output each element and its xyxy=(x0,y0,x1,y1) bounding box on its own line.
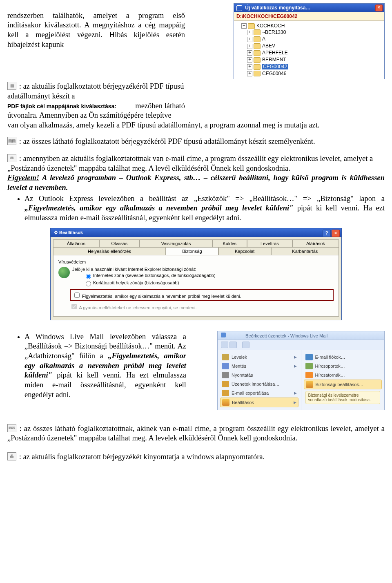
wlm-tooltip: Biztonsági és levélszemétre vonatkozó be… xyxy=(305,391,381,404)
folder-icon xyxy=(248,23,255,29)
mail-single-icon[interactable]: ✉ xyxy=(7,154,16,162)
pdf-single-icon[interactable]: ▤ xyxy=(7,82,16,90)
wlm-item-mentes[interactable]: Mentés▶ xyxy=(220,362,298,371)
pdf-single-text-c: útvonalra. Amennyiben az Ön számítógépér… xyxy=(7,111,172,119)
close-icon[interactable]: × xyxy=(332,230,340,237)
chevron-right-icon: ▶ xyxy=(294,391,297,395)
wlm-item-hircs[interactable]: Hírcsoportok… xyxy=(304,362,382,371)
export-icon xyxy=(222,390,229,396)
tree-item[interactable]: +A xyxy=(247,36,383,42)
expand-icon[interactable]: + xyxy=(247,44,252,49)
folder-browser-titlebar: Új vállalkozás megnyitása… × xyxy=(234,4,384,12)
folder-icon xyxy=(254,57,261,63)
radio-internet-zone[interactable] xyxy=(86,274,91,279)
wlm-screenshot: Beérkezett üzenetek - Windows Live Mail … xyxy=(217,331,385,410)
folder-icon xyxy=(254,50,261,56)
opt-restricted-zone: Korlátozott helyek zónája (biztonságosab… xyxy=(93,280,179,285)
expand-icon[interactable]: + xyxy=(247,50,252,56)
wlm-item-nyomtatas[interactable]: Nyomtatás xyxy=(220,371,298,380)
email-icon xyxy=(305,354,313,360)
pdf-all-icon[interactable]: ▤▤ xyxy=(7,137,16,145)
wlm-item-bizt[interactable]: Biztonsági beállítások… xyxy=(304,380,382,389)
tab-kapcsolat[interactable]: Kapcsolat xyxy=(218,247,271,255)
pdf-single-text-b: mezőben látható xyxy=(135,101,185,111)
beall-icon xyxy=(222,399,229,406)
help-icon[interactable]: ? xyxy=(323,230,331,237)
import-icon xyxy=(222,381,229,387)
tree-item[interactable]: +APEHFELE xyxy=(247,49,383,56)
collapse-icon[interactable]: − xyxy=(241,23,247,29)
chk-suspicious-attach xyxy=(71,304,77,309)
expand-icon[interactable]: + xyxy=(247,64,252,69)
wlm-item-beall[interactable]: Beállítások▶ xyxy=(220,398,298,407)
tree-item[interactable]: +~BER1330 xyxy=(247,29,383,36)
chk-suspicious-label: A gyanús mellékleteket ne lehessen megny… xyxy=(79,305,196,310)
wlm-titlebar: Beérkezett üzenetek - Windows Live Mail xyxy=(218,331,384,340)
tree-item[interactable]: +ABEV xyxy=(247,42,383,49)
current-path: D:\KOCHKOCH\CEG00042 xyxy=(234,12,384,21)
oe-a: Az Outlook Express levelezőben a beállít… xyxy=(24,194,385,203)
chk-warn-app-send[interactable] xyxy=(74,293,80,298)
outlook-express-note: Az Outlook Express levelezőben a beállít… xyxy=(24,194,385,223)
tab-általános[interactable]: Általános xyxy=(53,239,99,247)
close-icon[interactable]: × xyxy=(375,4,383,11)
expand-icon[interactable]: + xyxy=(247,57,252,63)
opt-internet-zone: Internetes zóna (kevésbé biztonságos, de… xyxy=(93,273,216,278)
settings-titlebar: ⚙ Beállítások ? × xyxy=(51,228,341,237)
nyomtatas-icon xyxy=(222,372,229,378)
folder-icon xyxy=(254,43,261,49)
chevron-right-icon: ▶ xyxy=(294,355,297,359)
rss-icon xyxy=(305,372,313,378)
print-icon[interactable]: 🖶 xyxy=(7,452,16,460)
mail-figyelem: Figyelem! xyxy=(7,174,39,182)
tab-küldés[interactable]: Küldés xyxy=(212,239,247,247)
wlm-item-levelek[interactable]: Levelek▶ xyxy=(220,353,298,362)
tree-item[interactable]: +BERMENT xyxy=(247,56,383,63)
wlm-toolbar xyxy=(218,340,384,350)
wlm-item-rss[interactable]: Hírcsatornák… xyxy=(304,371,382,380)
window-title: Új vállalkozás megnyitása… xyxy=(245,5,310,11)
group-virusvedelem: Vírusvédelem xyxy=(58,259,334,264)
highlighted-checkbox-row: Figyelmeztetés, amikor egy alkalmazás a … xyxy=(70,289,334,301)
wlm-item-export[interactable]: E-mail exportálása▶ xyxy=(220,389,298,398)
expand-icon[interactable]: + xyxy=(247,71,252,76)
gear-icon xyxy=(236,5,242,11)
mail-all-icon[interactable]: ✉✉ xyxy=(7,424,16,432)
levelek-icon xyxy=(222,354,229,360)
wlm-note: A Windows Live Mail levelezőben válassza… xyxy=(24,332,186,400)
tab-olvasás[interactable]: Olvasás xyxy=(99,239,140,247)
tree-item[interactable]: +CEG00042 xyxy=(247,63,383,70)
chevron-right-icon: ▶ xyxy=(294,400,296,404)
tab-visszaigazolás[interactable]: Visszaigazolás xyxy=(140,239,212,247)
zone-intro: Jelölje ki a használni kívánt Internet E… xyxy=(72,267,334,272)
tab-karbantartás[interactable]: Karbantartás xyxy=(271,247,339,255)
mail-warning: Figyelem! A levelező programban – Outloo… xyxy=(7,173,385,192)
tab-levelírás[interactable]: Levelírás xyxy=(247,239,292,247)
mail-p1: : amennyiben az aktuális foglalkoztatott… xyxy=(7,154,373,172)
tree-root[interactable]: KOCHKOCH xyxy=(256,23,285,29)
tree-item[interactable]: +CEG00046 xyxy=(247,70,383,77)
folder-icon xyxy=(254,64,261,70)
bizt-icon xyxy=(306,381,313,388)
pdf-single-text-a: : az aktuális foglalkoztatott bérjegyzék… xyxy=(7,82,184,100)
outlook-express-settings-screenshot: ⚙ Beállítások ? × ÁltalánosOlvasásVissza… xyxy=(50,228,342,320)
chk-warn-label: Figyelmeztetés, amikor egy alkalmazás a … xyxy=(82,294,241,299)
folder-tree[interactable]: −KOCHKOCH +~BER1330+A+ABEV+APEHFELE+BERM… xyxy=(234,21,384,79)
mentes-icon xyxy=(222,363,229,369)
tab-aláírások[interactable]: Aláírások xyxy=(292,239,339,247)
mail-all-text: : az összes látható foglalkoztatottnak, … xyxy=(7,424,385,442)
tab-helyesírás-ellenőrzés[interactable]: Helyesírás-ellenőrzés xyxy=(53,247,166,255)
pdf-single-text-d: van olyan alkalmazás, amely kezeli a PDF… xyxy=(7,121,385,130)
folder-icon xyxy=(254,71,261,76)
hircs-icon xyxy=(305,363,313,369)
expand-icon[interactable]: + xyxy=(247,30,252,35)
radio-restricted-zone[interactable] xyxy=(86,281,91,286)
folder-icon xyxy=(254,36,261,42)
wlm-title-text: Beérkezett üzenetek - Windows Live Mail xyxy=(245,333,327,338)
settings-title: Beállítások xyxy=(59,230,83,235)
tab-biztonság[interactable]: Biztonság xyxy=(166,247,218,255)
expand-icon[interactable]: + xyxy=(247,37,252,42)
wlm-item-import[interactable]: Üzenetek importálása… xyxy=(220,380,298,389)
wlm-item-email[interactable]: E-mail fiókok… xyxy=(304,353,382,362)
oe-b: „Figyelmeztetés, amikor egy alkalmazás a… xyxy=(24,204,293,212)
